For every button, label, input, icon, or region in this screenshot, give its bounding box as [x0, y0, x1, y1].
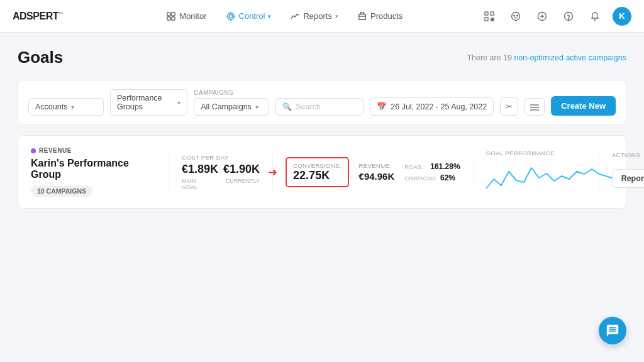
actions-label: ACTIONS: [612, 151, 644, 158]
cost-main-value: €1.89K: [182, 163, 218, 176]
svg-rect-12: [485, 12, 488, 15]
svg-point-26: [568, 18, 569, 19]
target-icon: [226, 11, 236, 21]
campaigns-filter-group: Campaigns All Campaigns ▾: [194, 89, 269, 116]
svg-rect-14: [485, 18, 488, 21]
nav-right: K: [480, 7, 631, 26]
goal-name: Karin's Performance Group: [31, 158, 156, 180]
currently-sublabel: CURRENTLY: [226, 178, 260, 190]
grid-view-icon-btn[interactable]: [525, 98, 545, 116]
svg-point-4: [227, 13, 234, 19]
conversions-box: Conversions: 22.75K: [286, 157, 348, 187]
non-optimized-banner: There are 19 non-optimized active campai…: [467, 53, 626, 62]
nav-links: Monitor Control ▾ Reports ▾: [88, 8, 480, 25]
non-optimized-link[interactable]: non-optimized active campaigns: [514, 53, 626, 62]
chevron-down-icon: ▾: [71, 104, 74, 111]
question-icon-btn[interactable]: [560, 8, 577, 25]
accounts-select[interactable]: Accounts ▾: [28, 98, 104, 116]
report-button[interactable]: Report: [612, 169, 644, 188]
smiley-icon-btn[interactable]: [507, 8, 525, 25]
nav-monitor[interactable]: Monitor: [158, 8, 214, 25]
cost-per-day-metric: COST PER DAY €1.89K €1.90K MAIN GOAL CUR…: [182, 154, 260, 190]
goal-card: REVENUE Karin's Performance Group 10 CAM…: [18, 135, 626, 209]
svg-rect-1: [172, 12, 175, 15]
chevron-down-icon: ▾: [335, 13, 338, 19]
page-title: Goals: [18, 48, 63, 67]
performance-groups-select[interactable]: Performance Groups ▾: [110, 89, 187, 116]
logo: ADSPERT™: [13, 11, 63, 22]
campaigns-label: Campaigns: [194, 89, 269, 96]
search-icon: 🔍: [282, 102, 292, 111]
svg-rect-18: [492, 18, 494, 19]
svg-rect-3: [172, 16, 175, 19]
conversions-value: 22.75K: [293, 169, 341, 182]
search-box[interactable]: 🔍 Search: [275, 98, 364, 116]
crr-value: 62%: [440, 173, 455, 182]
nav-products[interactable]: Products: [350, 8, 410, 25]
cost-values: €1.89K €1.90K: [182, 163, 260, 176]
crr-metric: CRR/ACoS: 62%: [404, 173, 460, 182]
revenue-label: Revenue:: [359, 162, 395, 169]
date-range-picker[interactable]: 📅 26 Jul, 2022 - 25 Aug, 2022: [370, 97, 494, 116]
qr-icon-btn[interactable]: [480, 8, 498, 25]
svg-rect-2: [167, 16, 170, 19]
svg-rect-10: [359, 14, 366, 19]
campaigns-badge: 10 CAMPAIGNS: [31, 185, 92, 197]
scissors-icon-btn[interactable]: ✂: [500, 97, 518, 116]
cost-per-day-label: COST PER DAY: [182, 154, 260, 161]
calendar-icon: 📅: [377, 102, 387, 111]
plus-icon-btn[interactable]: [533, 8, 551, 25]
conversions-section: ➜ Conversions: 22.75K Revenue: €94.96K R…: [273, 157, 474, 187]
page-header: Goals There are 19 non-optimized active …: [18, 48, 626, 67]
revenue-badge: REVENUE: [31, 147, 156, 154]
chevron-down-icon: ▾: [255, 104, 258, 111]
page-container: Goals There are 19 non-optimized active …: [0, 33, 644, 224]
main-goal-sublabel: MAIN GOAL: [182, 178, 211, 190]
chevron-down-icon: ▾: [268, 13, 271, 19]
actions-section: ACTIONS Report More Actions ⋮: [599, 151, 644, 192]
roas-value: 161.28%: [430, 162, 460, 171]
arrow-icon: ➜: [268, 165, 277, 179]
box-icon: [357, 11, 367, 21]
filter-bar: Accounts ▾ Performance Groups ▾ Campaign…: [18, 80, 626, 125]
campaigns-select[interactable]: All Campaigns ▾: [194, 98, 269, 116]
roas-label: ROAS:: [404, 163, 426, 170]
revenue-dot: [31, 148, 36, 153]
navbar: ADSPERT™ Monitor Control ▾: [0, 0, 644, 33]
roas-crr-metrics: ROAS: 161.28% CRR/ACoS: 62%: [404, 162, 460, 182]
goal-performance-label: GOAL PERFORMANCE: [486, 150, 586, 156]
goal-performance-chart: [486, 160, 612, 195]
avatar[interactable]: K: [613, 7, 631, 26]
svg-point-21: [517, 15, 518, 16]
svg-point-19: [512, 12, 520, 20]
conversions-metric-wrapper: ➜ Conversions: 22.75K: [286, 157, 348, 187]
nav-reports[interactable]: Reports ▾: [282, 8, 346, 25]
nav-control[interactable]: Control ▾: [218, 8, 279, 25]
create-new-button[interactable]: Create New: [551, 96, 616, 116]
chevron-down-icon: ▾: [177, 99, 180, 106]
svg-rect-13: [491, 12, 494, 15]
svg-point-20: [514, 15, 515, 16]
conversions-label: Conversions:: [293, 162, 341, 169]
svg-point-5: [229, 14, 232, 18]
chart-icon: [290, 11, 300, 21]
goal-info: REVENUE Karin's Performance Group 10 CAM…: [31, 147, 169, 197]
crr-label: CRR/ACoS:: [404, 175, 436, 182]
svg-rect-0: [167, 12, 170, 15]
revenue-value: €94.96K: [359, 171, 395, 182]
grid-icon: [166, 11, 176, 21]
cost-current-value: €1.90K: [223, 163, 260, 176]
bell-icon-btn[interactable]: [586, 8, 604, 25]
revenue-metric: Revenue: €94.96K: [359, 162, 395, 182]
roas-metric: ROAS: 161.28%: [404, 162, 460, 171]
cost-per-day-section: COST PER DAY €1.89K €1.90K MAIN GOAL CUR…: [169, 154, 273, 190]
chart-section: GOAL PERFORMANCE: [474, 150, 599, 195]
actions-buttons: Report More Actions ⋮: [612, 165, 644, 192]
